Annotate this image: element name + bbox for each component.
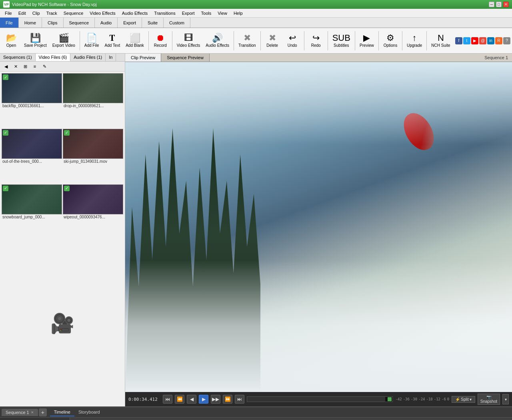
menu-item-view[interactable]: View	[214, 10, 230, 16]
panel-tb-back[interactable]: ◀	[2, 62, 10, 70]
add-blank-button[interactable]: ⬜Add Blank	[123, 32, 146, 49]
tab-audio[interactable]: Audio	[95, 18, 118, 28]
menu-item-audio-effects[interactable]: Audio Effects	[119, 10, 151, 16]
seq-tab-label: Sequence 1	[6, 410, 29, 415]
undo-button[interactable]: ↩Undo	[283, 32, 302, 49]
tab-export[interactable]: Export	[118, 18, 142, 28]
menu-item-tools[interactable]: Tools	[198, 10, 215, 16]
save-project-button[interactable]: 💾Save Project	[22, 32, 49, 49]
seq-tab-close[interactable]: ✕	[31, 410, 34, 414]
menu-item-clip[interactable]: Clip	[29, 10, 43, 16]
rss-social-icon[interactable]: R	[495, 37, 502, 44]
video-preview	[125, 62, 512, 392]
facebook-social-icon[interactable]: f	[455, 37, 462, 44]
audio-effects-button[interactable]: 🔊Audio Effects	[203, 32, 232, 49]
minimize-button[interactable]: ─	[489, 2, 494, 7]
tab-timeline[interactable]: Timeline	[50, 408, 74, 416]
delete-button[interactable]: ✖Delete	[263, 32, 282, 49]
open-button[interactable]: 📂Open	[2, 32, 21, 49]
tab-suite[interactable]: Suite	[142, 18, 164, 28]
transition-button[interactable]: ✖Transition	[236, 32, 258, 49]
youtube-social-icon[interactable]: ▶	[471, 37, 478, 44]
panel-tb-close[interactable]: ✕	[11, 62, 20, 70]
forward-button[interactable]: ▶▶	[211, 395, 220, 404]
video-effects-label: Video Effects	[177, 43, 200, 48]
panel-tb-edit[interactable]: ✎	[40, 62, 49, 70]
video-effects-button[interactable]: 🎞Video Effects	[174, 32, 203, 49]
expand-button[interactable]: ▾	[502, 394, 509, 404]
back-button[interactable]: ◀	[187, 395, 196, 404]
media-item-drop-in[interactable]: drop-in_0000089621...	[63, 73, 123, 128]
toolbar-sep-after-options	[402, 31, 402, 50]
tab-clip-preview[interactable]: Clip Preview	[125, 54, 161, 62]
nch-suite-button[interactable]: NNCH Suite	[429, 32, 452, 49]
sequence-tab[interactable]: Sequence 1 ✕	[2, 409, 38, 416]
add-sequence-button[interactable]: +	[39, 408, 47, 416]
media-item-backflip[interactable]: ✓backflip_0000136661...	[2, 73, 62, 128]
close-button[interactable]: ✕	[503, 2, 509, 7]
subtitles-button[interactable]: SUBSubtitles	[330, 32, 353, 49]
tab-custom[interactable]: Custom	[164, 18, 190, 28]
media-thumb-ski-jump: ✓	[63, 129, 123, 159]
export-video-button[interactable]: 🎬Export Video	[50, 32, 78, 49]
menu-item-transitions[interactable]: Transitions	[151, 10, 178, 16]
email-social-icon[interactable]: @	[479, 37, 486, 44]
step-back-button[interactable]: ⏪	[175, 395, 184, 404]
toolbar-sep-after-undo	[304, 31, 304, 50]
menu-item-track[interactable]: Track	[43, 10, 60, 16]
snapshot-button[interactable]: 📷 Snapshot	[478, 394, 500, 405]
menu-item-help[interactable]: Help	[230, 10, 246, 16]
media-label-ski-jump: ski-jump_81349031.mov	[63, 159, 123, 164]
tab-sequence[interactable]: Sequence	[64, 18, 95, 28]
help-social-social-icon[interactable]: ?	[503, 37, 510, 44]
skip-end-button[interactable]: ⏭	[235, 395, 244, 404]
panel-tb-grid[interactable]: ⊞	[21, 62, 30, 70]
media-item-snowboard-jump[interactable]: ✓snowboard_jump_000...	[2, 184, 62, 239]
tab-clips[interactable]: Clips	[42, 18, 63, 28]
media-check-wipeout: ✓	[64, 186, 70, 191]
play-button[interactable]: ▶	[199, 395, 208, 404]
twitter-social-icon[interactable]: t	[463, 37, 470, 44]
empty-camera-icon: 🎥	[50, 312, 74, 335]
sky	[125, 62, 512, 144]
timeline-ruler: 0:00:00.000 0:01:00.000 0:02:00.000 0:03…	[0, 418, 512, 420]
redo-button[interactable]: ↪Redo	[306, 32, 326, 49]
menu-item-file[interactable]: File	[2, 10, 15, 16]
menu-item-export[interactable]: Export	[179, 10, 198, 16]
record-button[interactable]: ⏺Record	[151, 32, 170, 49]
add-text-button[interactable]: 𝐓Add Text	[102, 32, 122, 49]
panel-tab-1[interactable]: Video Files (6)	[36, 54, 71, 61]
tab-sequence-preview[interactable]: Sequence Preview	[161, 54, 210, 62]
add-file-icon: 📄	[86, 34, 97, 42]
maximize-button[interactable]: □	[496, 2, 502, 7]
menu-item-edit[interactable]: Edit	[15, 10, 29, 16]
menu-item-sequence[interactable]: Sequence	[60, 10, 87, 16]
skip-start-button[interactable]: ⏮	[163, 395, 172, 404]
upgrade-button[interactable]: ↑Upgrade	[404, 32, 424, 49]
panel-tab-0[interactable]: Sequences (1)	[0, 54, 36, 61]
menu-item-video-effects[interactable]: Video Effects	[86, 10, 118, 16]
panel-toolbar: ◀✕⊞≡✎	[0, 62, 125, 72]
tab-home[interactable]: Home	[19, 18, 42, 28]
tab-file[interactable]: File	[0, 18, 19, 28]
linkedin-social-icon[interactable]: in	[487, 37, 494, 44]
add-file-button[interactable]: 📄Add File	[82, 32, 102, 49]
split-button[interactable]: ⚡ Split ▾	[452, 396, 475, 403]
panel-tb-list[interactable]: ≡	[30, 62, 39, 70]
toolbar-social: ft▶@inR?	[455, 37, 510, 44]
panel-tab-2[interactable]: Audio Files (1)	[70, 54, 106, 61]
progress-bar[interactable]	[247, 396, 393, 402]
add-blank-icon: ⬜	[130, 34, 140, 42]
preview-button[interactable]: ▶Preview	[357, 32, 376, 49]
tab-storyboard[interactable]: Storyboard	[74, 408, 104, 416]
options-button[interactable]: ⚙Options	[381, 32, 400, 49]
panel-tab-3[interactable]: In	[106, 54, 116, 61]
main-content: Sequences (1)Video Files (6)Audio Files …	[0, 54, 512, 406]
save-project-icon: 💾	[30, 34, 41, 42]
open-icon: 📂	[6, 34, 17, 42]
media-item-out-of-trees[interactable]: ✓out-of-the-trees_000...	[2, 129, 62, 184]
media-item-wipeout[interactable]: ✓wipeout_0000093476...	[63, 184, 123, 239]
step-forward-button[interactable]: ⏩	[223, 395, 232, 404]
media-item-ski-jump[interactable]: ✓ski-jump_81349031.mov	[63, 129, 123, 184]
transition-icon: ✖	[244, 34, 251, 42]
